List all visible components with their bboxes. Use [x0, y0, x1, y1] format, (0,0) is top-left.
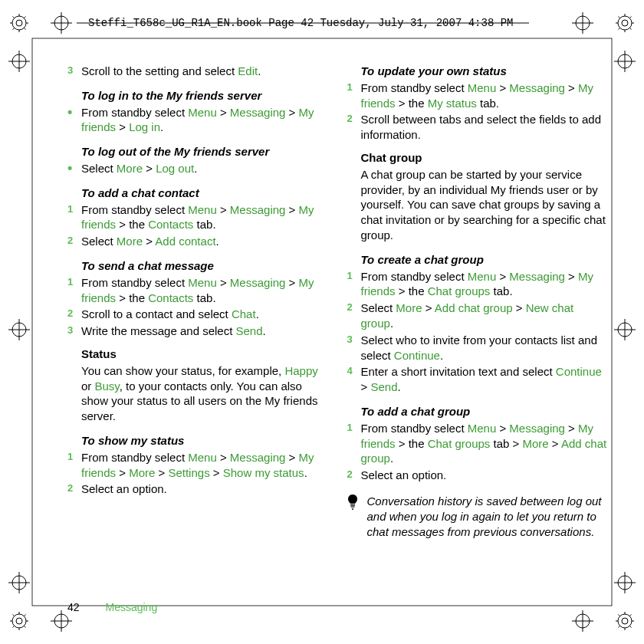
- lightbulb-icon: [347, 494, 360, 539]
- tip-note: Conversation history is saved between lo…: [347, 494, 609, 539]
- svg-rect-15: [350, 504, 355, 506]
- tip-text: Conversation history is saved between lo…: [367, 494, 609, 539]
- header-filename: Steffi_T658c_UG_R1A_EN.book Page 42 Tues…: [88, 17, 514, 29]
- column-left: 3 Scroll to the setting and select Edit.…: [67, 64, 329, 585]
- column-right: To update your own status 1From standby …: [347, 64, 609, 585]
- step: 3 Scroll to the setting and select Edit.: [81, 64, 329, 79]
- section-title: To log in to the My friends server: [81, 88, 329, 104]
- page-category: Messaging: [105, 601, 157, 613]
- svg-rect-16: [350, 506, 354, 507]
- page-content: 3 Scroll to the setting and select Edit.…: [67, 64, 608, 585]
- page-number: 42: [67, 601, 80, 613]
- svg-point-17: [352, 508, 353, 510]
- page-footer: 42 Messaging: [67, 601, 157, 613]
